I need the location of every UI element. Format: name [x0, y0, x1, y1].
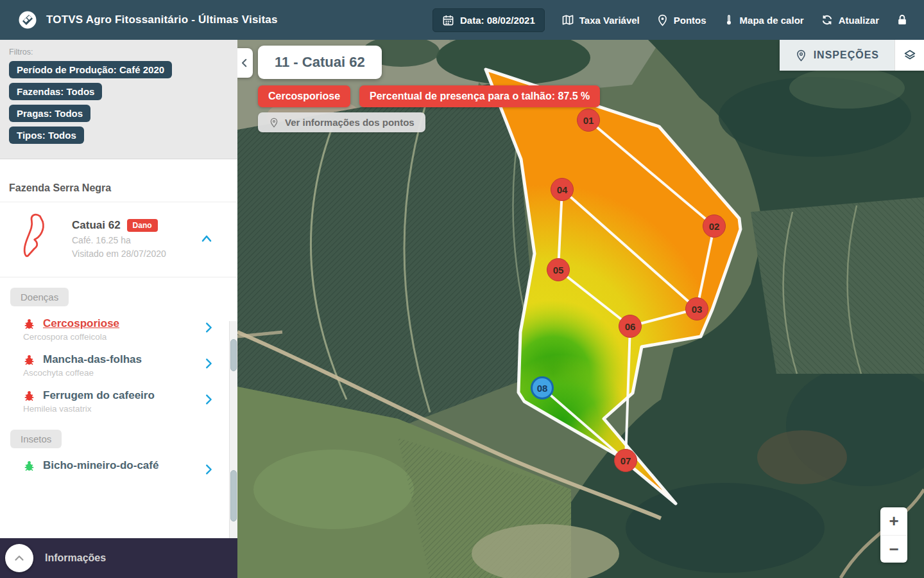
totvs-logo-icon — [18, 10, 37, 30]
filters-panel: Filtros: Período de Produção: Café 2020 … — [0, 40, 237, 159]
view-points-label: Ver informações dos pontos — [285, 117, 415, 128]
scrollbar-thumb[interactable] — [230, 470, 237, 521]
map-marker-03[interactable]: 03 — [685, 297, 708, 320]
date-button[interactable]: Data: 08/02/2021 — [432, 8, 545, 32]
bug-icon — [23, 354, 35, 366]
pin-icon — [795, 49, 807, 62]
layers-icon — [903, 48, 917, 62]
disease-item-cercosporiose[interactable]: Cercosporiose Cercospora coffeicola — [0, 311, 237, 347]
map-marker-01[interactable]: 01 — [577, 109, 600, 132]
badge-row: Cercosporiose Percentual de presença par… — [258, 85, 600, 107]
nav-label: Pontos — [674, 15, 706, 26]
nav-mapa-de-calor[interactable]: Mapa de calor — [723, 13, 804, 26]
refresh-icon — [821, 13, 834, 26]
map-marker-08[interactable]: 08 — [531, 376, 554, 399]
pin-icon — [656, 14, 669, 26]
field-outline-icon — [14, 211, 60, 267]
farm-name: Fazenda Serra Negra — [0, 159, 237, 202]
disease-name: Mancha-das-folhas — [43, 353, 142, 366]
chevron-right-icon[interactable] — [201, 356, 216, 371]
presence-percentage-badge: Percentual de presença para o talhão: 87… — [359, 85, 600, 107]
filter-fazendas[interactable]: Fazendas: Todos — [9, 83, 102, 100]
view-points-info-button[interactable]: Ver informações dos pontos — [258, 112, 425, 132]
damage-badge: Dano — [127, 219, 158, 232]
calendar-icon — [442, 14, 454, 26]
inspections-control[interactable]: INSPEÇÕES — [780, 40, 924, 71]
thermometer-icon — [723, 13, 735, 26]
field-info: Catuai 62 Dano Café. 16.25 ha Visitado e… — [72, 219, 199, 259]
map-zoom-control: + − — [880, 507, 907, 563]
filters-label: Filtros: — [9, 48, 228, 57]
inspections-tab[interactable]: INSPEÇÕES — [780, 40, 894, 71]
lock-icon[interactable] — [896, 13, 909, 27]
filter-tipos[interactable]: Tipos: Todos — [9, 127, 84, 144]
sidebar-scrollbar[interactable] — [229, 321, 237, 538]
zoom-out-button[interactable]: − — [880, 535, 907, 563]
app-header: TOTVS Agro Fitossanitário - Últimas Visi… — [0, 0, 924, 40]
field-crop: Café. 16.25 ha — [72, 235, 199, 245]
map-marker-07[interactable]: 07 — [614, 449, 637, 472]
app-window: TOTVS Agro Fitossanitário - Últimas Visi… — [0, 0, 924, 578]
field-card[interactable]: Catuai 62 Dano Café. 16.25 ha Visitado e… — [0, 202, 237, 277]
disease-name: Cercosporiose — [43, 317, 119, 330]
bug-icon — [23, 318, 35, 330]
back-button[interactable] — [237, 48, 253, 78]
map-field-title: 11 - Catuai 62 — [258, 46, 382, 79]
field-visited: Visitado em 28/07/2020 — [72, 249, 199, 259]
chevron-up-icon — [12, 551, 26, 565]
map-area[interactable]: 0102030405060708 11 - Catuai 62 Cercospo… — [237, 40, 924, 578]
scrollbar-thumb[interactable] — [230, 339, 237, 371]
filter-periodo-producao[interactable]: Período de Produção: Café 2020 — [9, 61, 172, 78]
bug-icon — [23, 460, 35, 472]
disease-item-ferrugem[interactable]: Ferrugem do cafeeiro Hemileia vastatrix — [0, 383, 237, 419]
insect-item-bicho-mineiro[interactable]: Bicho-mineiro-do-café — [0, 453, 237, 478]
disease-scientific-name: Cercospora coffeicola — [23, 332, 209, 342]
date-button-label: Data: 08/02/2021 — [460, 15, 535, 26]
disease-item-mancha-das-folhas[interactable]: Mancha-das-folhas Ascochyta coffeae — [0, 347, 237, 383]
insect-name: Bicho-mineiro-do-café — [43, 459, 158, 472]
chevron-up-icon[interactable] — [199, 231, 214, 247]
map-marker-04[interactable]: 04 — [551, 178, 574, 201]
disease-scientific-name: Ascochyta coffeae — [23, 368, 209, 378]
diseases-group-label: Doenças — [10, 288, 69, 306]
insects-group-label: Insetos — [10, 430, 62, 448]
header-toolbar: Data: 08/02/2021 Taxa Variável Pontos — [432, 8, 924, 32]
chevron-left-icon — [239, 57, 250, 69]
nav-label: Atualizar — [839, 15, 879, 26]
map-marker-06[interactable]: 06 — [619, 315, 642, 338]
nav-atualizar[interactable]: Atualizar — [821, 13, 879, 26]
expand-info-button[interactable] — [5, 544, 33, 572]
nav-taxa-variavel[interactable]: Taxa Variável — [561, 13, 640, 26]
map-marker-05[interactable]: 05 — [547, 258, 570, 281]
map-marker-02[interactable]: 02 — [703, 215, 726, 238]
layers-button[interactable] — [894, 40, 924, 71]
nav-label: Mapa de calor — [740, 15, 804, 26]
sidebar: Filtros: Período de Produção: Café 2020 … — [0, 40, 237, 578]
map-icon — [561, 13, 574, 26]
page-title: TOTVS Agro Fitossanitário - Últimas Visi… — [46, 13, 278, 26]
disease-badge: Cercosporiose — [258, 85, 350, 107]
inspections-label: INSPEÇÕES — [814, 49, 879, 61]
filter-pragas[interactable]: Pragas: Todos — [9, 105, 90, 122]
nav-label: Taxa Variável — [579, 15, 640, 26]
zoom-in-button[interactable]: + — [880, 507, 907, 535]
chevron-right-icon[interactable] — [201, 392, 216, 407]
field-name: Catuai 62 — [72, 219, 121, 232]
informacoes-bar[interactable]: Informações — [0, 538, 237, 578]
informacoes-label: Informações — [45, 552, 106, 564]
disease-name: Ferrugem do cafeeiro — [43, 389, 155, 402]
bug-icon — [23, 390, 35, 402]
nav-pontos[interactable]: Pontos — [656, 14, 706, 26]
chevron-right-icon[interactable] — [201, 320, 216, 335]
disease-scientific-name: Hemileia vastatrix — [23, 404, 209, 414]
pin-icon — [269, 118, 279, 128]
chevron-right-icon[interactable] — [201, 462, 216, 477]
